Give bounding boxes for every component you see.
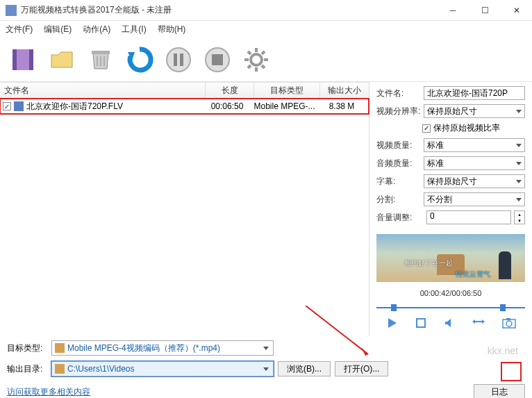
seek-slider[interactable] xyxy=(376,304,525,308)
row-checkbox[interactable]: ✓ xyxy=(3,102,11,110)
add-file-icon[interactable] xyxy=(6,42,40,77)
maximize-button[interactable]: ☐ xyxy=(475,3,494,17)
label-target: 目标类型: xyxy=(7,342,47,354)
row-type: Mobile MPEG-... xyxy=(251,101,317,111)
svg-line-19 xyxy=(248,65,251,68)
row-size: 8.38 M xyxy=(317,101,366,111)
minimize-button[interactable]: ─ xyxy=(443,3,463,17)
col-length[interactable]: 长度 xyxy=(206,83,254,98)
svg-line-20 xyxy=(262,51,265,54)
snapshot-icon[interactable] xyxy=(502,317,516,331)
folder-icon[interactable] xyxy=(44,42,79,77)
convert-icon[interactable] xyxy=(122,42,157,77)
menu-action[interactable]: 动作(A) xyxy=(83,24,110,35)
menu-edit[interactable]: 编辑(E) xyxy=(44,24,72,35)
preview-pane[interactable]: 相约好了在一起 情充云霄气 xyxy=(376,234,525,282)
label-vq: 视频质量: xyxy=(376,140,424,151)
col-size[interactable]: 输出大小 xyxy=(320,83,369,98)
svg-rect-2 xyxy=(29,49,33,70)
svg-point-24 xyxy=(506,321,512,326)
titlebar: 万能视频格式转换器2017全能版 - 未注册 ─ ☐ ✕ xyxy=(0,0,532,21)
close-button[interactable]: ✕ xyxy=(507,3,526,17)
subtitle-1: 相约好了在一起 xyxy=(404,258,453,268)
format-icon xyxy=(55,343,65,353)
label-subtitle: 字幕: xyxy=(376,176,424,188)
bottom-panel: 目标类型: Mobile MPEG-4视频编码（推荐）(*.mp4) 输出目录:… xyxy=(0,335,532,381)
svg-rect-22 xyxy=(475,321,482,322)
col-type[interactable]: 目标类型 xyxy=(254,83,320,98)
settings-icon[interactable] xyxy=(239,42,274,77)
folder-small-icon xyxy=(55,364,65,374)
svg-rect-3 xyxy=(92,51,110,54)
svg-rect-9 xyxy=(180,53,183,66)
subtitle-2: 情充云霄气 xyxy=(456,270,490,279)
open-button[interactable]: 打开(O)... xyxy=(335,361,388,376)
stop-player-icon[interactable] xyxy=(415,317,426,331)
svg-line-17 xyxy=(248,51,251,54)
more-link[interactable]: 访问获取更多相关内容 xyxy=(7,386,90,398)
stop-icon[interactable] xyxy=(200,42,235,77)
trash-icon[interactable] xyxy=(83,42,118,77)
play-icon[interactable] xyxy=(385,317,398,331)
combo-output-dir[interactable]: C:\Users\1\Videos xyxy=(51,361,274,376)
annotation-highlight xyxy=(501,362,522,381)
time-display: 00:00:42 / 00:06:50 xyxy=(376,289,525,297)
combo-aq[interactable]: 标准 xyxy=(424,156,525,170)
properties-panel: 文件名:北京欢迎你-国语720P 视频分辨率:保持原始尺寸 ✓保持原始视频比率 … xyxy=(369,82,532,335)
svg-line-18 xyxy=(262,65,265,68)
svg-point-12 xyxy=(251,54,262,65)
field-filename[interactable]: 北京欢迎你-国语720P xyxy=(424,86,525,100)
combo-split[interactable]: 不分割 xyxy=(424,192,525,206)
svg-rect-11 xyxy=(212,54,223,65)
row-filename: 北京欢迎你-国语720P.FLV xyxy=(26,101,123,113)
combo-resolution[interactable]: 保持原始尺寸 xyxy=(424,104,525,118)
app-icon xyxy=(6,5,17,16)
log-button[interactable]: 日志 xyxy=(474,384,525,398)
list-header: 文件名 长度 目标类型 输出大小 xyxy=(0,82,369,99)
col-name[interactable]: 文件名 xyxy=(0,83,206,98)
label-resolution: 视频分辨率: xyxy=(376,106,424,117)
toolbar xyxy=(0,38,532,82)
label-split: 分割: xyxy=(376,194,424,206)
volume-spinner[interactable]: ▲▼ xyxy=(514,210,525,224)
svg-rect-25 xyxy=(506,318,510,320)
svg-rect-8 xyxy=(174,53,177,66)
svg-rect-21 xyxy=(417,319,425,327)
combo-subtitle[interactable]: 保持原始尺寸 xyxy=(424,174,525,188)
pause-icon[interactable] xyxy=(161,42,196,77)
menu-file[interactable]: 文件(F) xyxy=(6,24,33,35)
row-length: 00:06:50 xyxy=(203,101,251,111)
svg-point-7 xyxy=(167,48,190,72)
label-keep-ratio: 保持原始视频比率 xyxy=(433,122,500,134)
menubar: 文件(F) 编辑(E) 动作(A) 工具(I) 帮助(H) xyxy=(0,21,532,38)
file-icon xyxy=(14,101,24,111)
mute-icon[interactable] xyxy=(444,317,455,331)
list-item[interactable]: ✓ 北京欢迎你-国语720P.FLV 00:06:50 Mobile MPEG-… xyxy=(0,99,369,114)
browse-button[interactable]: 浏览(B)... xyxy=(278,361,331,376)
combo-vq[interactable]: 标准 xyxy=(424,138,525,152)
menu-help[interactable]: 帮助(H) xyxy=(158,24,186,35)
label-aq: 音频质量: xyxy=(376,158,424,169)
svg-rect-1 xyxy=(13,49,17,70)
window-title: 万能视频格式转换器2017全能版 - 未注册 xyxy=(21,4,443,16)
file-list-panel: 文件名 长度 目标类型 输出大小 ✓ 北京欢迎你-国语720P.FLV 00:0… xyxy=(0,82,369,335)
input-volume[interactable]: 0 xyxy=(426,210,511,224)
checkbox-keep-ratio[interactable]: ✓ xyxy=(422,124,431,133)
menu-tools[interactable]: 工具(I) xyxy=(122,24,146,35)
label-volume: 音量调整: xyxy=(376,212,424,224)
label-outdir: 输出目录: xyxy=(7,363,47,375)
label-filename: 文件名: xyxy=(376,88,424,99)
time-jump-icon[interactable] xyxy=(472,318,485,330)
combo-target-format[interactable]: Mobile MPEG-4视频编码（推荐）(*.mp4) xyxy=(51,340,274,356)
